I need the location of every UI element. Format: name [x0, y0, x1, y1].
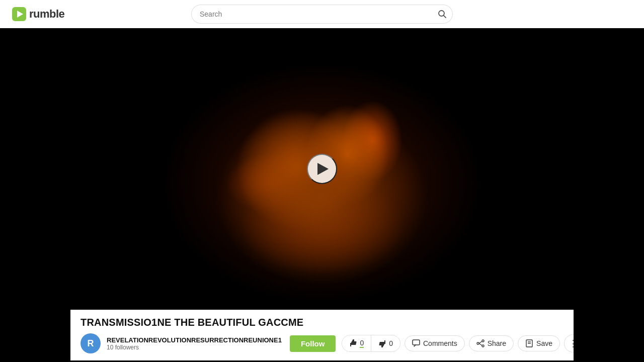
left-sidebar: [0, 0, 70, 362]
rumble-logo-icon: [12, 7, 26, 21]
video-thumbnail: [70, 28, 574, 310]
main-content: TRANSMISSIO1NE THE BEAUTIFUL GACCME R RE…: [0, 28, 644, 362]
svg-point-5: [482, 340, 484, 342]
svg-point-6: [482, 345, 484, 347]
like-dislike-group: 0 0: [342, 335, 400, 352]
logo-text: rumble: [29, 8, 64, 21]
play-button[interactable]: [307, 154, 337, 184]
like-count: 0: [360, 339, 364, 348]
svg-line-3: [444, 16, 446, 18]
header: rumble: [0, 0, 644, 28]
channel-avatar: R: [80, 333, 101, 353]
share-button[interactable]: Share: [469, 335, 514, 351]
channel-name: REVELATIONREVOLUTIONRESURRECTIONREUNIONE…: [107, 336, 282, 344]
logo-area: rumble: [12, 7, 64, 21]
svg-point-7: [477, 342, 479, 344]
search-button[interactable]: [438, 10, 447, 19]
search-wrapper: [191, 5, 453, 24]
comments-icon: [412, 339, 420, 347]
follow-button[interactable]: Follow: [290, 335, 336, 352]
dislike-count: 0: [389, 339, 393, 347]
video-title: TRANSMISSIO1NE THE BEAUTIFUL GACCME: [80, 317, 564, 328]
share-icon: [476, 339, 485, 347]
svg-line-9: [479, 343, 482, 345]
channel-followers: 10 followers: [107, 344, 282, 351]
right-sidebar: [574, 28, 644, 362]
save-label: Save: [536, 339, 552, 347]
like-button[interactable]: 0: [342, 335, 371, 351]
svg-line-8: [479, 341, 482, 343]
thumbs-up-icon: [349, 339, 357, 347]
channel-bar: R REVELATIONREVOLUTIONRESURRECTIONREUNIO…: [80, 333, 564, 353]
video-info-bar: TRANSMISSIO1NE THE BEAUTIFUL GACCME R RE…: [70, 310, 574, 360]
svg-rect-4: [413, 340, 420, 345]
channel-info: REVELATIONREVOLUTIONRESURRECTIONREUNIONE…: [107, 336, 282, 351]
action-buttons: 0 0 Comments: [342, 334, 582, 352]
save-button[interactable]: Save: [518, 335, 560, 351]
dislike-button[interactable]: 0: [371, 336, 400, 351]
thumbs-down-icon: [378, 339, 386, 347]
share-label: Share: [488, 339, 506, 347]
comments-button[interactable]: Comments: [405, 335, 465, 351]
search-icon: [438, 10, 447, 19]
search-input[interactable]: [191, 5, 453, 24]
avatar-letter: R: [88, 338, 94, 349]
save-icon: [525, 339, 533, 347]
video-wrapper: [70, 28, 574, 310]
play-icon: [317, 163, 329, 175]
video-container: [70, 28, 574, 310]
comments-label: Comments: [423, 339, 457, 347]
